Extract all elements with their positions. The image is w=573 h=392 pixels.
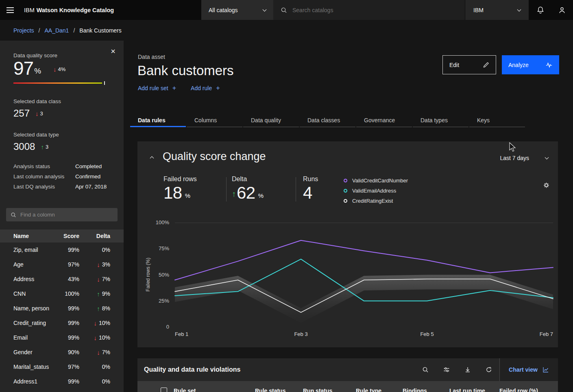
quality-line-chart[interactable] xyxy=(175,223,553,327)
column-delta: 0% xyxy=(79,247,110,253)
legend-label: ValidEmailAddress xyxy=(352,188,396,194)
table-row[interactable]: Email99%↓10% xyxy=(0,330,124,345)
chart-settings-button[interactable] xyxy=(541,181,551,191)
table-row[interactable]: Marital_status97%0% xyxy=(0,360,124,374)
notifications-button[interactable] xyxy=(530,0,550,20)
tab-data-classes[interactable]: Data classes xyxy=(300,114,355,127)
trend-up-icon: ↑ xyxy=(232,190,236,198)
account-label: IBM xyxy=(473,7,484,13)
chart-legend: ValidCreditCardNumberValidEmailAddressCr… xyxy=(344,175,408,206)
column-table-body: Zip, email99%0%Age97%↓3%Address43%↓7%CNN… xyxy=(0,243,124,389)
column-header-score[interactable]: Score xyxy=(57,233,79,239)
chart-view-toggle[interactable]: Chart view xyxy=(499,358,558,381)
chart-view-label: Chart view xyxy=(509,366,538,373)
hamburger-menu-icon[interactable] xyxy=(0,0,20,20)
add-rule-link[interactable]: Add rule + xyxy=(191,85,220,91)
tab-data-types[interactable]: Data types xyxy=(413,114,468,127)
tab-keys[interactable]: Keys xyxy=(469,114,525,127)
violations-column-last-run-time[interactable]: Last run time xyxy=(449,388,499,392)
delta-value: 0% xyxy=(102,247,110,253)
account-dropdown[interactable]: IBM xyxy=(465,0,529,20)
violations-column-rule-status[interactable]: Rule status xyxy=(255,388,303,392)
arrow-down-icon: ↓ xyxy=(97,276,100,282)
violations-column-rule-type[interactable]: Rule type xyxy=(356,388,403,392)
arrow-down-icon: ↓ xyxy=(94,335,97,341)
table-row[interactable]: Age97%↓3% xyxy=(0,257,124,272)
score-unit: % xyxy=(34,67,41,76)
time-range-dropdown[interactable]: Last 7 days xyxy=(500,155,548,161)
column-delta: ↓10% xyxy=(79,334,110,341)
breadcrumb-item-aa-dan1[interactable]: AA_Dan1 xyxy=(44,27,69,34)
y-tick-label: 100% xyxy=(156,219,169,225)
download-button[interactable] xyxy=(457,358,478,381)
data-type-value: 3008 xyxy=(13,141,35,152)
find-column-input[interactable] xyxy=(20,212,113,218)
tab-label: Data rules xyxy=(130,114,186,123)
user-profile-button[interactable] xyxy=(552,0,572,20)
column-score: 90% xyxy=(57,349,79,355)
table-row[interactable]: Credit_rating99%↓10% xyxy=(0,316,124,330)
search-icon xyxy=(281,7,287,13)
violations-column-failed-row[interactable]: Failed row (%) xyxy=(499,388,556,392)
time-range-label: Last 7 days xyxy=(500,155,529,161)
delta-value: 62 xyxy=(237,184,255,202)
table-row[interactable]: Zip, email99%0% xyxy=(0,243,124,257)
arrow-down-icon: ↓ xyxy=(97,262,100,268)
violations-column-run-status[interactable]: Run status xyxy=(303,388,356,392)
legend-item-validcreditcardnumber[interactable]: ValidCreditCardNumber xyxy=(344,175,408,186)
filter-button[interactable] xyxy=(436,358,457,381)
close-icon[interactable]: × xyxy=(107,45,120,58)
column-delta: ↓7% xyxy=(79,349,110,355)
tab-data-rules[interactable]: Data rules xyxy=(130,114,186,127)
delta-unit: % xyxy=(258,192,264,199)
select-all-checkbox[interactable] xyxy=(161,388,167,392)
analyze-button[interactable]: Analyze xyxy=(502,55,559,74)
search-catalogs-input[interactable] xyxy=(292,7,458,13)
violations-column-rule-set[interactable]: Rule set xyxy=(174,388,255,392)
violations-card: Quality and data rule violations xyxy=(137,358,558,392)
column-delta: 0% xyxy=(79,378,110,385)
all-catalogs-dropdown[interactable]: All catalogs xyxy=(201,0,273,20)
table-row[interactable]: Address43%↓7% xyxy=(0,272,124,286)
chevron-down-icon xyxy=(263,7,267,11)
violations-column-bindings[interactable]: Bindings xyxy=(403,388,449,392)
violations-header-row: Rule setRule statusRun statusRule typeBi… xyxy=(137,381,558,392)
data-quality-sidebar: × Data quality score 97 % ↓ 4% Selected … xyxy=(0,41,124,392)
breadcrumb-item-bank-customers: Bank Customers xyxy=(79,27,121,34)
column-name: Address1 xyxy=(13,378,57,385)
column-delta: ↓3% xyxy=(79,261,110,268)
app-brand: IBM Watson Knowledge Catalog xyxy=(24,0,114,20)
table-row[interactable]: CNN100%↑9% xyxy=(0,286,124,301)
tab-columns[interactable]: Columns xyxy=(187,114,242,127)
tab-label: Columns xyxy=(187,114,242,123)
data-type-delta-value: 3 xyxy=(46,144,48,150)
column-header-delta[interactable]: Delta xyxy=(79,233,110,239)
filter-sliders-icon xyxy=(443,366,450,373)
meta-label: Last column analysis xyxy=(13,173,75,180)
delta-label: Delta xyxy=(232,175,264,183)
column-name: Email xyxy=(13,334,57,341)
meta-label: Last DQ analysis xyxy=(13,184,75,190)
legend-item-validemailaddress[interactable]: ValidEmailAddress xyxy=(344,186,408,196)
stat-divider xyxy=(226,177,227,201)
table-row[interactable]: Gender90%↓7% xyxy=(0,345,124,360)
refresh-button[interactable] xyxy=(478,358,499,381)
meta-row: Last DQ analysisApr 07, 2018 xyxy=(13,182,111,192)
tab-data-quality[interactable]: Data quality xyxy=(243,114,299,127)
meta-label: Analysis status xyxy=(13,163,75,169)
tab-label: Data types xyxy=(413,114,468,123)
breadcrumb-item-projects[interactable]: Projects xyxy=(13,27,34,34)
plus-icon: + xyxy=(216,85,220,91)
table-row[interactable]: Name, person99%↑8% xyxy=(0,301,124,316)
search-button[interactable] xyxy=(415,358,436,381)
add-rule-set-link[interactable]: Add rule set + xyxy=(138,85,176,91)
column-header-name[interactable]: Name xyxy=(13,233,57,239)
tab-label: Governance xyxy=(356,114,412,123)
arrow-down-icon: ↓ xyxy=(97,349,100,355)
legend-item-creditratingexist[interactable]: CreditRatingExist xyxy=(344,196,408,206)
edit-button[interactable]: Edit xyxy=(442,55,496,74)
runs-label: Runs xyxy=(303,175,318,183)
tab-bar: Data rulesColumnsData qualityData classe… xyxy=(130,114,526,127)
tab-governance[interactable]: Governance xyxy=(356,114,412,127)
table-row[interactable]: Address199%0% xyxy=(0,374,124,389)
